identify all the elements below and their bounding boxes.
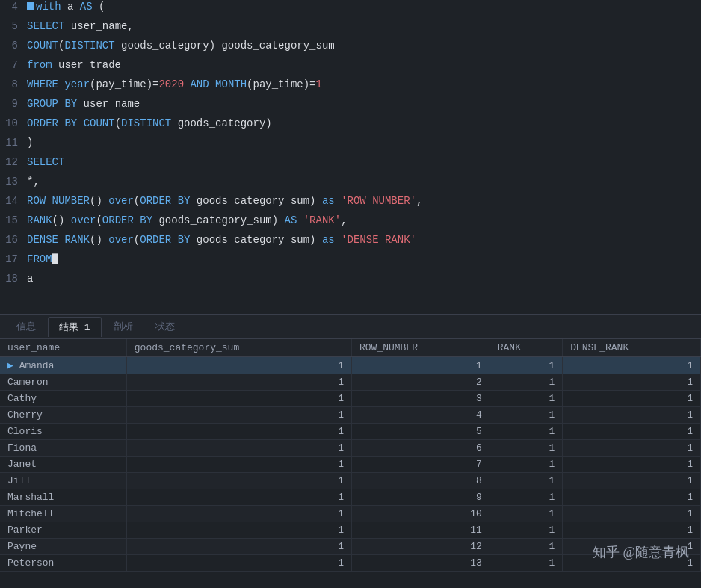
token-white: goods_category) goods_category_sum	[115, 40, 335, 52]
line-number: 6	[0, 40, 24, 52]
token-white: goods_category_sum)	[190, 234, 321, 246]
table-cell: 1	[563, 424, 701, 440]
code-line: 11)	[0, 136, 701, 155]
tab-状态[interactable]: 状态	[145, 317, 185, 336]
token-white	[335, 234, 341, 246]
line-content: DENSE_RANK() over(ORDER BY goods_categor…	[24, 234, 701, 246]
table-cell: Parker	[0, 522, 126, 539]
table-cell: 1	[490, 506, 562, 522]
line-number: 9	[0, 98, 24, 110]
line-number: 14	[0, 195, 24, 207]
table-cell: 3	[352, 391, 490, 407]
table-row[interactable]: Cameron1211	[0, 374, 701, 391]
table-cell: 1	[126, 489, 351, 506]
table-row[interactable]: Janet1711	[0, 457, 701, 473]
token-white: ()	[52, 214, 71, 226]
line-content: RANK() over(ORDER BY goods_category_sum)…	[24, 214, 701, 226]
line-content: a	[24, 273, 701, 285]
table-cell: 1	[126, 440, 351, 457]
token-white	[209, 78, 215, 90]
line-content: WHERE year(pay_time)=2020 AND MONTH(pay_…	[24, 78, 701, 90]
line-number: 12	[0, 156, 24, 168]
line-content: with a AS (	[24, 1, 701, 13]
line-number: 16	[0, 234, 24, 246]
line-number: 7	[0, 59, 24, 71]
token-kw: ORDER BY	[140, 195, 190, 207]
code-line: 13*,	[0, 175, 701, 194]
line-content: COUNT(DISTINCT goods_category) goods_cat…	[24, 40, 701, 52]
table-cell: 1	[563, 457, 701, 473]
token-white: (pay_time)=	[247, 78, 315, 90]
code-line: 18a	[0, 272, 701, 291]
line-number: 8	[0, 78, 24, 90]
table-row[interactable]: Cherry1411	[0, 407, 701, 424]
code-line: 5SELECT user_name,	[0, 19, 701, 39]
token-white: ()	[90, 195, 108, 207]
table-row[interactable]: Peterson11311	[0, 555, 701, 572]
results-area: user_namegoods_category_sumROW_NUMBERRAN…	[0, 339, 701, 572]
table-row[interactable]: Cloris1511	[0, 424, 701, 440]
token-kw: SELECT	[27, 20, 64, 32]
tab-信息[interactable]: 信息	[6, 317, 46, 336]
token-num: 2020	[158, 78, 184, 90]
token-fn: COUNT	[84, 117, 115, 129]
line-marker	[27, 2, 34, 10]
table-cell: 10	[352, 506, 490, 522]
token-white: ,	[416, 195, 422, 207]
table-row[interactable]: Amanda1111	[0, 357, 701, 374]
table-cell: Peterson	[0, 555, 126, 572]
table-cell: 1	[563, 407, 701, 424]
token-kw: FROM	[27, 253, 52, 265]
code-line: 10ORDER BY COUNT(DISTINCT goods_category…	[0, 117, 701, 136]
column-header-dense_rank: DENSE_RANK	[563, 339, 701, 357]
table-cell: 1	[563, 473, 701, 489]
token-kw: GROUP BY	[27, 98, 77, 110]
table-cell: Cameron	[0, 374, 126, 391]
token-white: (	[134, 195, 140, 207]
table-cell: 1	[126, 522, 351, 539]
table-row[interactable]: Payne11211	[0, 539, 701, 555]
table-cell: 1	[563, 506, 701, 522]
table-cell: 1	[352, 357, 490, 374]
token-kw: over	[108, 195, 134, 207]
line-number: 18	[0, 273, 24, 285]
tab-剖析[interactable]: 剖析	[103, 317, 143, 336]
table-row[interactable]: Jill1811	[0, 473, 701, 489]
table-cell: 1	[490, 391, 562, 407]
table-cell: 13	[352, 555, 490, 572]
line-content: SELECT user_name,	[24, 20, 701, 32]
table-row[interactable]: Marshall1911	[0, 489, 701, 506]
table-row[interactable]: Mitchell11011	[0, 506, 701, 522]
table-cell: 1	[490, 424, 562, 440]
code-line: 16DENSE_RANK() over(ORDER BY goods_categ…	[0, 233, 701, 253]
table-row[interactable]: Cathy1311	[0, 391, 701, 407]
table-cell: 1	[126, 539, 351, 555]
table-row[interactable]: Parker11111	[0, 522, 701, 539]
code-line: 4with a AS (	[0, 0, 701, 19]
line-content: ROW_NUMBER() over(ORDER BY goods_categor…	[24, 195, 701, 207]
table-cell: 11	[352, 522, 490, 539]
column-header-user_name: user_name	[0, 339, 126, 357]
tab-结果-1[interactable]: 结果 1	[48, 317, 102, 337]
table-cell: 1	[563, 539, 701, 555]
table-cell: 1	[563, 391, 701, 407]
code-line: 17FROM█	[0, 253, 701, 272]
table-cell: 1	[563, 555, 701, 572]
table-cell: 1	[126, 357, 351, 374]
column-header-goods_category_sum: goods_category_sum	[126, 339, 351, 357]
token-white: )	[27, 137, 33, 149]
table-cell: 1	[563, 522, 701, 539]
table-row[interactable]: Fiona1611	[0, 440, 701, 457]
token-white: █	[52, 253, 58, 265]
code-editor[interactable]: 4with a AS (5SELECT user_name,6COUNT(DIS…	[0, 0, 701, 314]
table-cell: Mitchell	[0, 506, 126, 522]
token-white: user_trade	[52, 59, 121, 71]
line-number: 15	[0, 214, 24, 226]
token-white: *,	[27, 176, 40, 188]
token-white: ,	[341, 214, 347, 226]
token-fn: COUNT	[27, 40, 58, 52]
token-kw: from	[27, 59, 52, 71]
table-cell: 1	[490, 407, 562, 424]
token-fn: year	[64, 78, 90, 90]
token-white: ()	[90, 234, 108, 246]
